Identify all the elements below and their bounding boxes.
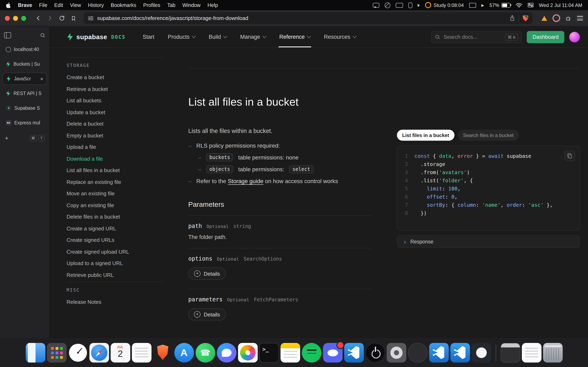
- search-placeholder: Search docs...: [444, 34, 502, 40]
- zoom-window-button[interactable]: [21, 16, 26, 21]
- menu-item[interactable]: Bookmarks: [111, 2, 136, 8]
- window-dock-icon[interactable]: [501, 343, 520, 362]
- app-menus: BraveFileEditViewHistoryBookmarksProfile…: [18, 2, 218, 8]
- details-button[interactable]: Details: [188, 267, 226, 280]
- browser-tab[interactable]: REST API | S ×: [2, 87, 47, 100]
- menu-bar-clock[interactable]: Wed 2 Jul 11:04 AM: [539, 2, 582, 8]
- menu-item[interactable]: View: [70, 2, 81, 8]
- play-icon[interactable]: ▶: [481, 3, 484, 7]
- address-bar[interactable]: supabase.com/docs/reference/javascript/s…: [84, 12, 532, 24]
- vscode-dock-icon[interactable]: [344, 343, 364, 362]
- mouse-icon[interactable]: [408, 2, 412, 8]
- textedit-dock-icon[interactable]: [132, 343, 151, 362]
- response-toggle[interactable]: › Response: [397, 235, 580, 248]
- extensions-puzzle-icon[interactable]: [566, 15, 572, 21]
- search-tabs-icon[interactable]: [40, 33, 45, 38]
- browser-tab[interactable]: Supabase S ×: [2, 102, 47, 114]
- menu-item[interactable]: File: [39, 2, 47, 8]
- copy-code-button[interactable]: [564, 150, 575, 161]
- clock-dock-icon[interactable]: [68, 343, 87, 362]
- trash-dock-icon[interactable]: [543, 343, 562, 362]
- menu-item[interactable]: Help: [208, 2, 218, 8]
- bullet-text: Refer to the Storage guide on how access…: [196, 178, 338, 184]
- nav-label: Start: [143, 34, 154, 40]
- safari-dock-icon[interactable]: [89, 343, 109, 362]
- search-input[interactable]: Search docs... ⌘ K: [432, 31, 522, 43]
- nav-item[interactable]: Manage: [240, 26, 266, 47]
- menu-item[interactable]: Window: [182, 2, 200, 8]
- study-timer[interactable]: Study 0:08:04: [425, 2, 464, 8]
- messenger-dock-icon[interactable]: [217, 343, 236, 362]
- param-description: The folder path.: [188, 234, 371, 240]
- finder-dock-icon[interactable]: [26, 343, 45, 362]
- nav-item[interactable]: Reference: [279, 26, 311, 47]
- supabase-logo[interactable]: supabase DOCS: [67, 33, 126, 41]
- menu-item[interactable]: Brave: [18, 2, 32, 8]
- menu-item[interactable]: Tab: [167, 2, 175, 8]
- vscode-dock-icon[interactable]: [450, 343, 470, 362]
- example-tab[interactable]: List files in a bucket: [397, 130, 454, 141]
- new-tab-button[interactable]: + ⌘T: [0, 134, 49, 142]
- minimize-window-button[interactable]: [13, 16, 18, 21]
- display-icon[interactable]: [469, 3, 476, 8]
- notes-dock-icon[interactable]: [280, 343, 300, 362]
- calendar-dock-icon[interactable]: JUL2: [111, 343, 130, 362]
- browser-tab[interactable]: Buckets | Su ×: [2, 58, 47, 70]
- generic-app-dock-icon[interactable]: [408, 343, 427, 362]
- power-dock-icon[interactable]: [365, 343, 385, 362]
- share-icon[interactable]: [510, 15, 515, 21]
- chat-icon[interactable]: [373, 3, 379, 8]
- bookmark-icon[interactable]: [71, 15, 76, 21]
- avatar[interactable]: [569, 32, 580, 42]
- browser-tab[interactable]: localhost:40 ×: [2, 43, 47, 55]
- wifi-icon[interactable]: [516, 3, 522, 8]
- browser-tab[interactable]: JavaScr ×: [2, 73, 47, 85]
- sidebar-toggle-icon[interactable]: [4, 32, 11, 38]
- timer-label: Study 0:08:04: [433, 2, 464, 8]
- settings-dock-icon[interactable]: [387, 343, 406, 362]
- close-tab-icon[interactable]: ×: [40, 76, 43, 81]
- photos-dock-icon[interactable]: [238, 343, 258, 362]
- launchpad-dock-icon[interactable]: [47, 343, 66, 362]
- control-center-icon[interactable]: [527, 3, 534, 7]
- cursor-icon[interactable]: [417, 3, 420, 7]
- screen: BraveFileEditViewHistoryBookmarksProfile…: [0, 0, 588, 367]
- menu-item[interactable]: History: [88, 2, 104, 8]
- brave-shield-icon[interactable]: 2: [523, 15, 528, 21]
- apple-menu-icon[interactable]: [6, 2, 11, 8]
- nav-item[interactable]: Resources: [324, 26, 356, 47]
- terminal-dock-icon[interactable]: >_: [259, 343, 279, 362]
- nav-item[interactable]: Products: [168, 26, 195, 47]
- menu-item[interactable]: Edit: [54, 2, 63, 8]
- url-text[interactable]: supabase.com/docs/reference/javascript/s…: [97, 15, 506, 21]
- close-window-button[interactable]: [5, 16, 10, 21]
- nav-item[interactable]: Start: [143, 26, 154, 47]
- document-dock-icon[interactable]: [522, 343, 541, 362]
- browser-tab[interactable]: Express mul ×: [2, 117, 47, 129]
- dashboard-button[interactable]: Dashboard: [527, 31, 564, 43]
- site-settings-icon[interactable]: [88, 16, 94, 21]
- battery-status[interactable]: 57%: [489, 2, 510, 8]
- discord-dock-icon[interactable]: [323, 343, 342, 362]
- inline-code: objects: [206, 165, 233, 173]
- details-button[interactable]: Details: [188, 308, 226, 320]
- example-tab[interactable]: Search files in a bucket: [458, 130, 519, 141]
- whatsapp-dock-icon[interactable]: [195, 343, 215, 362]
- back-button[interactable]: [35, 15, 41, 21]
- forward-button[interactable]: [47, 15, 53, 21]
- menu-item[interactable]: Profiles: [143, 2, 160, 8]
- tab-favicon: [6, 105, 11, 111]
- focus-icon[interactable]: [384, 2, 390, 8]
- nav-item[interactable]: Build: [209, 26, 227, 47]
- storage-guide-link[interactable]: Storage guide: [228, 178, 263, 184]
- vscode-dock-icon[interactable]: [429, 343, 449, 362]
- keyboard-icon[interactable]: [396, 3, 403, 8]
- settings-gear-icon[interactable]: [553, 14, 560, 22]
- appstore-dock-icon[interactable]: [174, 343, 194, 362]
- reload-button[interactable]: [59, 15, 65, 21]
- browser-menu-icon[interactable]: [577, 16, 583, 20]
- github-dock-icon[interactable]: [471, 343, 491, 362]
- brave-rewards-icon[interactable]: [541, 16, 547, 21]
- brave-dock-icon[interactable]: [153, 343, 173, 362]
- spotify-dock-icon[interactable]: [302, 343, 321, 362]
